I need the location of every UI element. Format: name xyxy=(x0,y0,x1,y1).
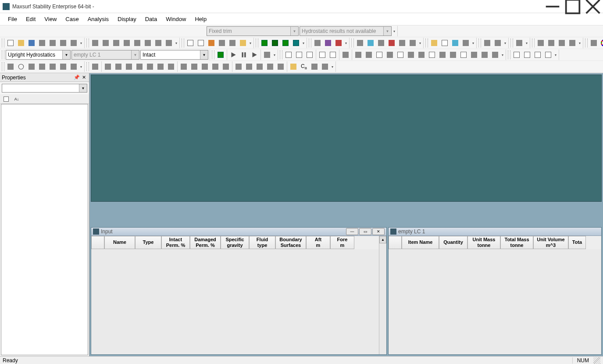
comp-icon-5[interactable] xyxy=(397,38,407,48)
zoom-in-icon[interactable] xyxy=(186,38,195,48)
calc-icon-4[interactable] xyxy=(461,38,471,48)
color-icon[interactable] xyxy=(599,38,603,48)
tank-overflow-arrow[interactable]: ▾ xyxy=(344,41,348,45)
win-icon-6[interactable] xyxy=(406,50,416,60)
nav-overflow-arrow[interactable]: ▾ xyxy=(79,65,83,69)
calc-overflow-arrow[interactable]: ▾ xyxy=(471,41,475,45)
loadcase-combo-arrow[interactable]: ▼ xyxy=(131,50,139,59)
toolbar-grip[interactable] xyxy=(532,39,535,47)
analysis-combo[interactable]: Upright Hydrostatics ▼ xyxy=(6,50,71,60)
menu-file[interactable]: File xyxy=(4,14,21,24)
shape-overflow-arrow[interactable]: ▾ xyxy=(553,53,558,57)
analysis-combo-arrow[interactable]: ▼ xyxy=(62,50,70,59)
export-icon[interactable] xyxy=(262,50,272,60)
pin-icon[interactable]: 📌 xyxy=(73,74,80,81)
toolbar-grip[interactable] xyxy=(351,39,354,47)
toolbar-grip[interactable] xyxy=(182,39,184,47)
win-icon-5[interactable] xyxy=(396,50,405,60)
f-icon-5[interactable] xyxy=(145,62,155,71)
mode-overflow-arrow[interactable]: ▾ xyxy=(301,41,306,45)
toolbar-grip[interactable] xyxy=(510,39,513,47)
paste-icon[interactable] xyxy=(58,38,68,48)
dim-icon[interactable] xyxy=(341,50,350,60)
col-icon-3[interactable] xyxy=(143,38,153,48)
trim-combo[interactable]: Fixed trim ▼ xyxy=(207,26,299,36)
menu-data[interactable]: Data xyxy=(141,14,161,24)
funnel-icon[interactable] xyxy=(27,62,36,71)
next-icon[interactable] xyxy=(58,62,68,71)
column-header[interactable]: Unit Masstonne xyxy=(467,236,500,249)
cut-icon[interactable] xyxy=(37,38,47,48)
view-mode-3-icon[interactable] xyxy=(281,38,290,48)
k-icon-2[interactable] xyxy=(320,62,330,71)
col-icon-2[interactable] xyxy=(132,38,142,48)
toolbar-grip[interactable] xyxy=(425,39,428,47)
win-icon-14[interactable] xyxy=(490,50,500,60)
alphabetize-icon[interactable]: A↓ xyxy=(13,95,21,103)
menu-display[interactable]: Display xyxy=(113,14,141,24)
win-icon-3[interactable] xyxy=(375,50,384,60)
section-icon-2[interactable] xyxy=(328,50,338,60)
input-doc-titlebar[interactable]: Input — ▭ ✕ xyxy=(91,228,386,236)
win-icon-2[interactable] xyxy=(364,50,374,60)
condition-combo[interactable]: Intact ▼ xyxy=(140,50,208,60)
close-panel-icon[interactable]: ✕ xyxy=(80,74,87,81)
win-icon-12[interactable] xyxy=(469,50,479,60)
f-icon-1[interactable] xyxy=(103,62,113,71)
misc-icon-1[interactable] xyxy=(514,38,524,48)
results-combo-arrow[interactable]: ▼ xyxy=(383,27,391,36)
tank-icon-3[interactable] xyxy=(334,38,343,48)
h-icon-3[interactable] xyxy=(255,62,264,71)
column-header[interactable]: Quantity xyxy=(439,236,467,249)
win-overflow-arrow[interactable]: ▾ xyxy=(500,53,505,57)
view-mode-2-icon[interactable] xyxy=(270,38,280,48)
f-icon-7[interactable] xyxy=(166,62,176,71)
win-icon-7[interactable] xyxy=(417,50,426,60)
viewport-3d[interactable] xyxy=(91,75,602,202)
h-icon-1[interactable] xyxy=(234,62,243,71)
grid-icon-1[interactable] xyxy=(90,38,100,48)
f-icon-3[interactable] xyxy=(124,62,134,71)
zoom-out-icon[interactable] xyxy=(196,38,206,48)
loadcase-grid[interactable]: Item NameQuantityUnit MasstonneTotal Mas… xyxy=(389,236,601,354)
globe-icon[interactable] xyxy=(6,62,15,71)
menu-case[interactable]: Case xyxy=(61,14,83,24)
calc-icon-2[interactable] xyxy=(440,38,450,48)
column-header[interactable]: Tota xyxy=(568,236,586,249)
menu-window[interactable]: Window xyxy=(161,14,190,24)
tbl-overflow-arrow[interactable]: ▾ xyxy=(578,41,582,45)
h-icon-4[interactable] xyxy=(265,62,275,71)
properties-filter-arrow[interactable]: ▼ xyxy=(79,84,87,92)
misc-overflow-arrow[interactable]: ▾ xyxy=(525,41,529,45)
graph-icon-1[interactable] xyxy=(482,38,492,48)
toolbar-grip[interactable] xyxy=(2,39,4,47)
h-icon-2[interactable] xyxy=(244,62,254,71)
g-icon-1[interactable] xyxy=(179,62,189,71)
doc-close-button[interactable]: ✕ xyxy=(372,228,385,235)
toolbar-grip[interactable] xyxy=(212,50,214,59)
graph-icon-2[interactable] xyxy=(493,38,503,48)
col-icon-1[interactable] xyxy=(122,38,132,48)
comp-icon-1[interactable] xyxy=(355,38,365,48)
toolbar-grip[interactable] xyxy=(256,39,258,47)
comp-icon-2[interactable] xyxy=(366,38,375,48)
tbl-icon-4[interactable] xyxy=(567,38,577,48)
column-header[interactable]: Unit Volumem^3 xyxy=(533,236,568,249)
minimize-button[interactable] xyxy=(542,0,563,13)
column-header[interactable]: Forem xyxy=(330,236,354,249)
resize-grip[interactable] xyxy=(593,357,600,364)
toolbar-grip[interactable] xyxy=(280,50,282,59)
zoom-sel-icon[interactable] xyxy=(238,38,248,48)
ship-icon[interactable] xyxy=(48,62,57,71)
hull-top-icon[interactable] xyxy=(305,50,314,60)
f-icon-4[interactable] xyxy=(135,62,144,71)
k-overflow-arrow[interactable]: ▾ xyxy=(330,65,335,69)
section-icon-1[interactable] xyxy=(318,50,327,60)
calc-icon-1[interactable] xyxy=(429,38,439,48)
win-icon-11[interactable] xyxy=(459,50,468,60)
cb-icon[interactable]: CB xyxy=(299,62,309,71)
toolbar-grip[interactable] xyxy=(585,39,588,47)
f-icon-6[interactable] xyxy=(156,62,165,71)
f-icon-2[interactable] xyxy=(114,62,123,71)
grid-icon-2[interactable] xyxy=(101,38,111,48)
